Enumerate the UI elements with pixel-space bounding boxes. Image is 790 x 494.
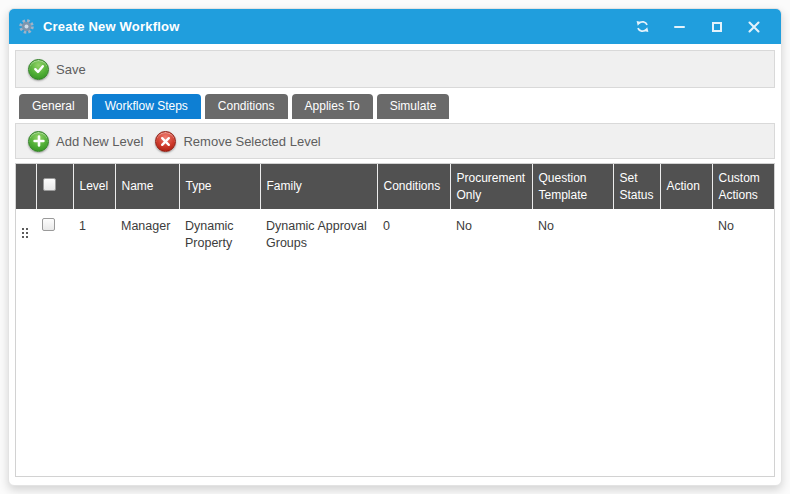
select-all-header: [36, 164, 73, 209]
tab-strip: General Workflow Steps Conditions Applie…: [15, 94, 775, 119]
row-checkbox[interactable]: [42, 218, 55, 231]
col-level[interactable]: Level: [73, 164, 115, 209]
workflow-steps-grid: Level Name Type Family Conditions Procur…: [15, 163, 775, 477]
drag-handle-icon[interactable]: [22, 228, 28, 238]
cell-type: Dynamic Property: [179, 209, 260, 255]
window-controls: [635, 19, 769, 34]
minimize-button[interactable]: [672, 19, 687, 34]
header-row: Level Name Type Family Conditions Procur…: [16, 164, 774, 209]
tab-applies-to[interactable]: Applies To: [292, 94, 373, 119]
drag-column-header: [16, 164, 36, 209]
add-new-level-label: Add New Level: [56, 134, 143, 149]
col-action[interactable]: Action: [660, 164, 712, 209]
maximize-icon: [712, 22, 722, 32]
grid-toolbar: Add New Level Remove Selected Level: [15, 123, 775, 159]
col-custom-actions[interactable]: Custom Actions: [712, 164, 774, 209]
refresh-icon: [635, 19, 650, 34]
remove-cross-icon: [155, 131, 176, 152]
minimize-icon: [674, 26, 685, 28]
cell-set-status: [613, 209, 660, 255]
cell-action: [660, 209, 712, 255]
gear-icon: [18, 18, 35, 35]
dialog-body: Save General Workflow Steps Conditions A…: [9, 44, 781, 485]
cell-name: Manager: [115, 209, 179, 255]
titlebar[interactable]: Create New Workflow: [9, 9, 781, 44]
close-button[interactable]: [746, 19, 761, 34]
tab-workflow-steps[interactable]: Workflow Steps: [92, 94, 201, 119]
refresh-button[interactable]: [635, 19, 650, 34]
row-select-cell: [36, 209, 73, 255]
col-type[interactable]: Type: [179, 164, 260, 209]
desktop: { "window": { "title": "Create New Workf…: [0, 0, 790, 494]
col-procurement-only[interactable]: Procurement Only: [450, 164, 532, 209]
cell-custom-actions: No: [712, 209, 774, 255]
col-question-template[interactable]: Question Template: [532, 164, 613, 209]
remove-selected-level-button[interactable]: Remove Selected Level: [151, 129, 328, 154]
cell-conditions: 0: [377, 209, 450, 255]
cell-procurement-only: No: [450, 209, 532, 255]
select-all-checkbox[interactable]: [43, 178, 56, 191]
save-button[interactable]: Save: [24, 57, 94, 82]
create-workflow-dialog: Create New Workflow: [8, 8, 782, 486]
maximize-button[interactable]: [709, 19, 724, 34]
col-conditions[interactable]: Conditions: [377, 164, 450, 209]
cell-question-template: No: [532, 209, 613, 255]
col-name[interactable]: Name: [115, 164, 179, 209]
cell-level: 1: [73, 209, 115, 255]
col-set-status[interactable]: Set Status: [613, 164, 660, 209]
workflow-steps-table: Level Name Type Family Conditions Procur…: [16, 164, 774, 255]
col-family[interactable]: Family: [260, 164, 377, 209]
tab-simulate[interactable]: Simulate: [377, 94, 450, 119]
close-icon: [748, 21, 760, 33]
cell-family: Dynamic Approval Groups: [260, 209, 377, 255]
remove-selected-level-label: Remove Selected Level: [183, 134, 320, 149]
add-plus-icon: [28, 131, 49, 152]
save-label: Save: [56, 62, 86, 77]
window-title: Create New Workflow: [43, 19, 179, 34]
add-new-level-button[interactable]: Add New Level: [24, 129, 151, 154]
row-drag-cell: [16, 209, 36, 255]
table-row[interactable]: 1 Manager Dynamic Property Dynamic Appro…: [16, 209, 774, 255]
tab-conditions[interactable]: Conditions: [205, 94, 288, 119]
save-check-icon: [28, 59, 49, 80]
tab-general[interactable]: General: [19, 94, 88, 119]
save-toolbar: Save: [15, 50, 775, 88]
